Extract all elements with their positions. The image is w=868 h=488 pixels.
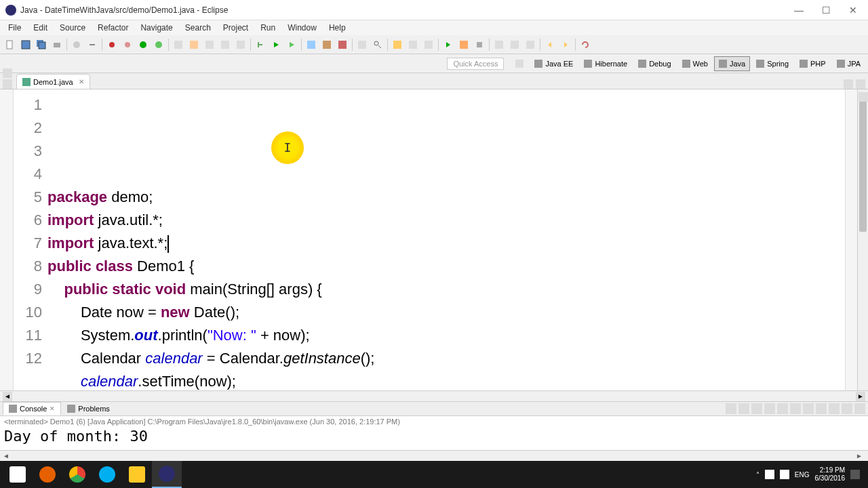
run-last-button[interactable] [284, 37, 299, 52]
close-console-button[interactable]: ✕ [50, 405, 55, 412]
firefox-button[interactable] [33, 461, 62, 488]
eclipse-button[interactable] [152, 461, 182, 488]
tray-up-icon[interactable]: ˄ [756, 471, 760, 479]
perspective-jpa[interactable]: JPA [832, 56, 865, 71]
language-indicator[interactable]: ENG [795, 471, 810, 479]
close-tab-button[interactable]: ✕ [79, 78, 84, 85]
outline-icon[interactable] [859, 92, 868, 102]
scroll-right-button[interactable]: ► [856, 392, 865, 401]
code-line[interactable]: public static void main(String[] args) { [47, 278, 845, 301]
new-plugin-button[interactable] [335, 37, 350, 52]
menu-refactor[interactable]: Refactor [92, 22, 134, 34]
console-pin-button[interactable] [790, 403, 801, 414]
minimize-editor-icon[interactable] [844, 79, 853, 89]
save-button[interactable] [18, 37, 33, 52]
new-button[interactable] [3, 37, 18, 52]
resume-button[interactable] [441, 37, 456, 52]
console-display-button[interactable] [803, 403, 814, 414]
code-editor[interactable]: 123456789101112 I package demo;import ja… [0, 89, 868, 390]
perspective-java[interactable]: Java [714, 56, 750, 71]
network-icon[interactable] [765, 470, 774, 479]
link-button[interactable] [85, 37, 100, 52]
package-explorer-icon[interactable] [3, 68, 12, 78]
perspective-debug[interactable]: Debug [633, 56, 675, 71]
console-new-button[interactable] [829, 403, 840, 414]
code-line[interactable]: import java.util.*; [47, 209, 845, 232]
perspective-web[interactable]: Web [677, 56, 713, 71]
tool-1-button[interactable] [171, 37, 186, 52]
debug-dropdown-button[interactable] [253, 37, 268, 52]
navigator-icon[interactable] [3, 79, 12, 89]
menu-run[interactable]: Run [255, 22, 281, 34]
horizontal-scrollbar[interactable]: ◄ ► [0, 390, 868, 401]
debug-button[interactable] [136, 37, 151, 52]
maximize-button[interactable]: ☐ [816, 3, 835, 17]
console-clear-button[interactable] [764, 403, 775, 414]
console-scrollbar[interactable]: ◄ ► [0, 450, 868, 461]
console-scroll-lock-button[interactable] [777, 403, 788, 414]
console-remove-button[interactable] [738, 403, 749, 414]
close-button[interactable]: ✕ [844, 3, 863, 17]
menu-project[interactable]: Project [218, 22, 254, 34]
menu-navigate[interactable]: Navigate [135, 22, 178, 34]
console-open-button[interactable] [816, 403, 827, 414]
suspend-button[interactable] [456, 37, 471, 52]
console-min-button[interactable] [842, 403, 852, 414]
system-tray[interactable]: ˄ ENG 2:19 PM 6/30/2016 [756, 466, 865, 483]
search-button[interactable] [370, 37, 385, 52]
maximize-editor-icon[interactable] [856, 79, 865, 89]
menu-window[interactable]: Window [282, 22, 322, 34]
console-output[interactable]: Day of month: 30 [0, 427, 868, 450]
step-into-button[interactable] [492, 37, 507, 52]
console-remove-all-button[interactable] [751, 403, 762, 414]
debug-last-button[interactable] [151, 37, 166, 52]
console-tab[interactable]: Console ✕ [3, 402, 61, 415]
perspective-java-ee[interactable]: Java EE [530, 56, 578, 71]
menu-help[interactable]: Help [323, 22, 351, 34]
menu-edit[interactable]: Edit [28, 22, 53, 34]
tool-2-button[interactable] [186, 37, 201, 52]
build-button[interactable] [69, 37, 84, 52]
scroll-left-button[interactable]: ◄ [3, 392, 12, 401]
skip-breakpoints-button[interactable] [120, 37, 135, 52]
forward-button[interactable] [558, 37, 573, 52]
refresh-button[interactable] [578, 37, 593, 52]
console-max-button[interactable] [854, 403, 865, 414]
menu-file[interactable]: File [3, 22, 26, 34]
start-button[interactable] [3, 461, 33, 488]
code-line[interactable]: System.out.println("Now: " + now); [47, 324, 845, 347]
console-scroll-left[interactable]: ◄ [3, 452, 12, 460]
perspective-hibernate[interactable]: Hibernate [579, 56, 632, 71]
quick-access-input[interactable]: Quick Access [447, 58, 504, 70]
problems-tab[interactable]: Problems [61, 402, 115, 415]
terminate-button[interactable] [472, 37, 487, 52]
volume-icon[interactable] [780, 470, 789, 479]
save-all-button[interactable] [34, 37, 49, 52]
perspective-php[interactable]: PHP [795, 56, 831, 71]
new-class-button[interactable] [304, 37, 319, 52]
code-area[interactable]: I package demo;import java.util.*;import… [47, 89, 845, 390]
step-over-button[interactable] [507, 37, 522, 52]
code-line[interactable]: package demo; [47, 186, 845, 209]
console-terminate-button[interactable] [726, 403, 736, 414]
task-button[interactable] [421, 37, 436, 52]
code-line[interactable]: public class Demo1 { [47, 255, 845, 278]
editor-tab-demo1[interactable]: Demo1.java ✕ [16, 74, 90, 89]
chrome-button[interactable] [62, 461, 92, 488]
back-button[interactable] [542, 37, 557, 52]
new-package-button[interactable] [319, 37, 334, 52]
code-line[interactable]: Date now = new Date(); [47, 301, 845, 324]
code-line[interactable]: Calendar calendar = Calendar.getInstance… [47, 347, 845, 370]
toggle-mark-button[interactable] [406, 37, 420, 52]
open-type-button[interactable] [355, 37, 370, 52]
notifications-icon[interactable] [850, 470, 860, 479]
console-scroll-right[interactable]: ► [856, 452, 865, 460]
code-line[interactable]: import java.text.*; [47, 232, 845, 255]
explorer-button[interactable] [122, 461, 152, 488]
perspective-spring[interactable]: Spring [751, 56, 793, 71]
tool-4-button[interactable] [218, 37, 233, 52]
skype-button[interactable] [92, 461, 122, 488]
tool-5-button[interactable] [233, 37, 248, 52]
menu-search[interactable]: Search [180, 22, 216, 34]
toggle-breakpoint-button[interactable] [104, 37, 119, 52]
